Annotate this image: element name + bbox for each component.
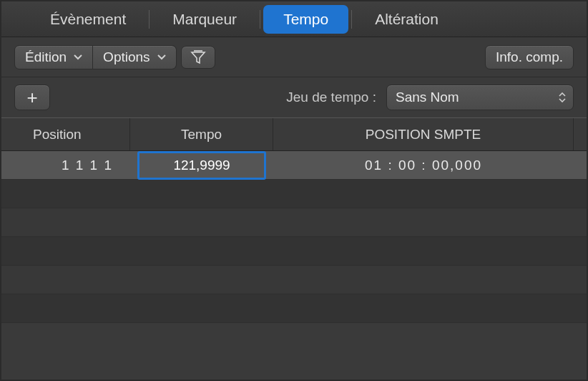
chevron-down-icon [74,54,82,60]
cell-tempo[interactable]: 121,9999 [130,153,273,178]
tab-marker[interactable]: Marqueur [152,5,257,34]
col-position[interactable]: Position [1,118,130,150]
tempo-set-label: Jeu de tempo : [286,90,376,105]
tempo-table: Position Tempo POSITION SMPTE 1 1 1 1 12… [1,117,587,323]
tab-separator [260,10,260,29]
empty-rows [1,180,587,323]
filter-button[interactable] [181,46,215,69]
table-header: Position Tempo POSITION SMPTE [1,118,587,151]
tab-separator [149,10,150,29]
cell-position[interactable]: 1 1 1 1 [1,158,130,173]
options-menu-label: Options [103,49,150,65]
options-menu-button[interactable]: Options [93,45,176,69]
edit-options-segment: Édition Options [14,45,177,69]
tempo-edit-value: 121,9999 [173,158,230,173]
cell-smpte[interactable]: 01 : 00 : 00,000 [273,158,574,173]
col-smpte-label: POSITION SMPTE [366,127,481,143]
table-body: 1 1 1 1 121,9999 01 : 00 : 00,000 [1,151,587,323]
add-button[interactable]: + [14,85,50,110]
tab-event-label: Évènement [50,11,126,27]
tempo-edit-field[interactable]: 121,9999 [137,151,266,180]
info-comp-label: Info. comp. [496,49,563,65]
col-tempo-label: Tempo [181,127,222,143]
tab-marker-label: Marqueur [172,11,237,27]
chevron-down-icon [157,54,166,60]
scrollbar-header-gap [574,118,587,150]
col-smpte[interactable]: POSITION SMPTE [273,118,574,150]
toolbar-secondary: + Jeu de tempo : Sans Nom [1,77,587,117]
col-position-label: Position [33,127,82,143]
tab-tempo[interactable]: Tempo [263,5,348,34]
top-tabs: Évènement Marqueur Tempo Altération [1,1,587,37]
filter-icon [190,50,206,64]
edit-menu-button[interactable]: Édition [14,45,93,69]
toolbar: Édition Options Info. comp. [1,37,587,77]
info-comp-button[interactable]: Info. comp. [485,45,574,69]
tempo-set-select[interactable]: Sans Nom [386,85,574,110]
tab-tempo-label: Tempo [283,11,328,27]
tempo-set-value: Sans Nom [396,90,459,105]
tab-alteration-label: Altération [375,11,438,27]
col-tempo[interactable]: Tempo [130,118,273,150]
tab-separator [351,10,352,29]
edit-menu-label: Édition [25,49,67,65]
select-arrows-icon [559,92,566,102]
tab-event[interactable]: Évènement [30,5,146,34]
plus-icon: + [26,87,37,109]
tab-alteration[interactable]: Altération [355,5,459,34]
table-row[interactable]: 1 1 1 1 121,9999 01 : 00 : 00,000 [1,151,587,180]
